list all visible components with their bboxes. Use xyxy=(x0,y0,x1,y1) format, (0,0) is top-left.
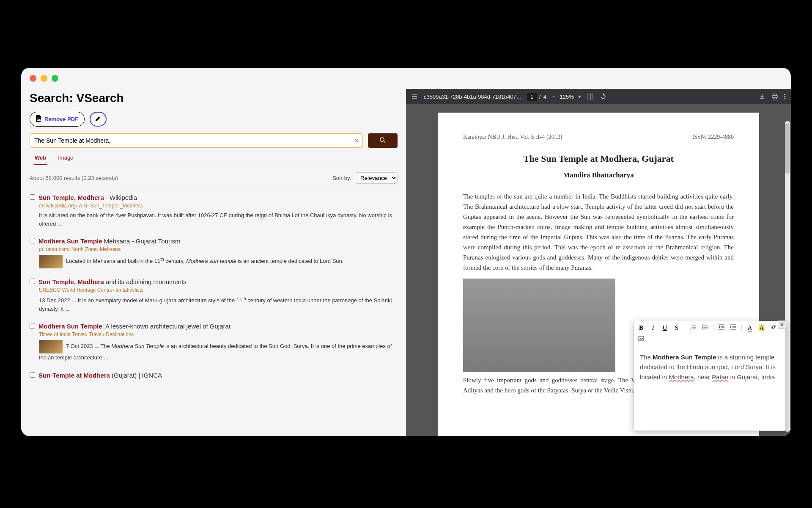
search-box[interactable]: ✕ xyxy=(30,133,363,148)
sort-select[interactable]: Relevance xyxy=(355,172,398,184)
edit-button[interactable] xyxy=(90,112,107,127)
strike-button[interactable]: S xyxy=(673,324,680,331)
svg-point-19 xyxy=(702,327,704,328)
link-button[interactable] xyxy=(770,324,777,331)
paper-author: Mandira Bhattacharya xyxy=(463,171,734,179)
paper-figure xyxy=(463,279,615,372)
app-window: Search: VSearch PDF Remove PDF ✕ xyxy=(21,68,791,436)
spellcheck-word: Modhera xyxy=(669,373,694,381)
zoom-controls: − 125% + xyxy=(552,94,581,100)
content-split: Search: VSearch PDF Remove PDF ✕ xyxy=(21,89,791,436)
editor-toolbar: B I U S 123 xyxy=(634,321,785,346)
pdf-pane: c3509a31-728b-4b1a-984d-7181b407... 1 / … xyxy=(406,89,791,436)
result-title-link[interactable]: Sun Temple, Modhera and its adjoining mo… xyxy=(38,278,187,285)
highlight-button[interactable]: A xyxy=(758,324,765,331)
journal-citation: Karatoya: NBU J. Hist. Vol. 5 :1-4 (2012… xyxy=(463,134,562,141)
zoom-in-button[interactable]: + xyxy=(578,94,582,100)
more-icon[interactable] xyxy=(784,93,786,100)
result-url: gujrattourism› North Zone› Mehsana xyxy=(39,246,398,252)
result-title-link[interactable]: Sun Temple, Modhera - Wikipedia xyxy=(38,194,137,201)
paper-paragraph-1: The temples of the sun are quite a numbe… xyxy=(463,191,734,273)
result-title-link[interactable]: Modhera Sun Temple Mehsana - Gujarat Tou… xyxy=(38,237,180,245)
window-close-button[interactable] xyxy=(30,75,36,82)
print-icon[interactable] xyxy=(771,93,778,100)
italic-button[interactable]: I xyxy=(649,324,657,331)
result-thumbnail xyxy=(39,340,63,353)
search-input[interactable] xyxy=(34,137,350,144)
svg-text:PDF: PDF xyxy=(37,118,41,121)
pdf-filename: c3509a31-728b-4b1a-984d-7181b407... xyxy=(424,94,521,100)
zoom-out-button[interactable]: − xyxy=(552,94,556,100)
svg-point-17 xyxy=(702,325,704,326)
titlebar xyxy=(21,68,791,89)
search-icon xyxy=(379,136,387,145)
spellcheck-word: Patan xyxy=(712,373,728,381)
svg-point-21 xyxy=(702,329,704,330)
journal-issn: ISSN: 2229-4880 xyxy=(692,134,734,141)
rotate-icon[interactable] xyxy=(600,93,606,100)
total-pages: 4 xyxy=(543,94,546,100)
svg-point-10 xyxy=(785,98,786,99)
underline-button[interactable]: U xyxy=(661,324,669,331)
text-color-button[interactable]: A xyxy=(746,324,754,331)
tab-web[interactable]: Web xyxy=(34,152,47,165)
remove-pdf-label: Remove PDF xyxy=(44,116,78,122)
page-indicator: 1 / 4 xyxy=(527,93,546,101)
result-snippet: 13 Dec 2022 ... It is an exemplary model… xyxy=(39,295,398,313)
svg-point-1 xyxy=(380,138,384,141)
search-result: Modhera Sun Temple: A lesser-known archi… xyxy=(30,322,398,362)
svg-point-8 xyxy=(785,94,786,95)
search-result: Sun-Temple at Modhera (Gujarat) | IGNCA xyxy=(30,371,398,379)
window-maximize-button[interactable] xyxy=(52,75,58,82)
result-checkbox[interactable] xyxy=(30,194,35,200)
clear-search-button[interactable]: ✕ xyxy=(354,137,359,145)
result-checkbox[interactable] xyxy=(30,323,35,329)
result-checkbox[interactable] xyxy=(30,372,35,378)
pencil-icon xyxy=(95,115,102,123)
outdent-button[interactable] xyxy=(718,324,725,331)
ordered-list-button[interactable]: 123 xyxy=(689,324,697,331)
pdf-scrollbar-thumb[interactable] xyxy=(785,123,790,174)
svg-point-32 xyxy=(640,338,641,339)
page-separator: / xyxy=(539,94,541,100)
zoom-level: 125% xyxy=(560,94,574,100)
page-title: Search: VSearch xyxy=(30,91,398,105)
search-button[interactable] xyxy=(368,133,398,148)
result-url: en.wikipedia.org› wiki› Sun_Temple,_Modh… xyxy=(39,203,398,209)
editor-close-button[interactable]: ✕ xyxy=(778,320,786,329)
result-snippet: Located in Mehsana and built in the 11th… xyxy=(39,255,398,268)
svg-line-2 xyxy=(384,141,385,143)
result-url: Times of India Travel› Travel› Destinati… xyxy=(39,331,398,337)
pdf-toolbar: c3509a31-728b-4b1a-984d-7181b407... 1 / … xyxy=(406,89,791,104)
result-url: UNESCO World Heritage Centre› tentativel… xyxy=(39,287,398,293)
unordered-list-button[interactable] xyxy=(701,324,709,331)
fit-page-icon[interactable] xyxy=(587,93,594,100)
editor-bold-term: Modhera Sun Temple xyxy=(653,353,716,361)
hamburger-icon[interactable] xyxy=(411,93,418,100)
result-checkbox[interactable] xyxy=(30,279,35,284)
search-result: Sun Temple, Modhera and its adjoining mo… xyxy=(30,278,398,313)
indent-button[interactable] xyxy=(730,324,737,331)
result-checkbox[interactable] xyxy=(30,238,35,243)
tab-image[interactable]: Image xyxy=(57,152,74,165)
result-title-link[interactable]: Sun-Temple at Modhera (Gujarat) | IGNCA xyxy=(38,372,162,379)
current-page-input[interactable]: 1 xyxy=(527,93,537,101)
result-title-link[interactable]: Modhera Sun Temple: A lesser-known archi… xyxy=(38,323,230,330)
result-snippet: 7 Oct 2023 ... The Modhera Sun Temple is… xyxy=(39,340,398,362)
bold-button[interactable]: B xyxy=(637,324,645,331)
download-icon[interactable] xyxy=(759,93,765,100)
result-snippet: It is situated on the bank of the river … xyxy=(39,211,398,228)
search-result: Modhera Sun Temple Mehsana - Gujarat Tou… xyxy=(30,237,398,268)
results-list: Sun Temple, Modhera - Wikipediaen.wikipe… xyxy=(30,193,398,379)
window-minimize-button[interactable] xyxy=(41,75,47,82)
search-tabs: Web Image xyxy=(30,152,398,165)
editor-body[interactable]: The Modhera Sun Temple is a stunning tem… xyxy=(634,346,785,431)
sort-label: Sort by: xyxy=(332,175,351,181)
search-bar: ✕ xyxy=(30,133,398,148)
pdf-icon: PDF xyxy=(36,115,42,123)
remove-pdf-button[interactable]: PDF Remove PDF xyxy=(30,112,85,127)
search-result: Sun Temple, Modhera - Wikipediaen.wikipe… xyxy=(30,193,398,228)
results-meta: About 68,000 results (0.23 seconds) Sort… xyxy=(30,168,398,188)
action-buttons: PDF Remove PDF xyxy=(30,112,398,127)
image-button[interactable] xyxy=(637,336,645,343)
